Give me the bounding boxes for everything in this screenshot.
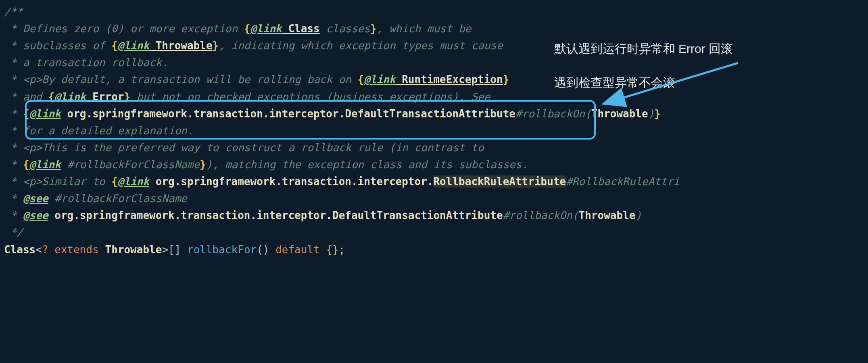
link-tag[interactable]: @link (29, 159, 61, 171)
javadoc-close: */ (4, 224, 868, 241)
javadoc-line: * and {@link Error} but not on checked e… (4, 88, 868, 105)
link-tag[interactable]: @link (29, 108, 61, 120)
javadoc-line: * Defines zero (0) or more exception {@l… (4, 20, 868, 37)
javadoc-line: * {@link org.springframework.transaction… (4, 105, 868, 122)
javadoc-line: * subclasses of {@link Throwable}, indic… (4, 37, 868, 54)
method-signature: Class<? extends Throwable>[] rollbackFor… (4, 241, 868, 258)
class-link[interactable]: Error (86, 91, 124, 103)
javadoc-line: * a transaction rollback. (4, 54, 868, 71)
link-tag[interactable]: @link (250, 23, 282, 35)
javadoc-line: * {@link #rollbackForClassName}), matchi… (4, 156, 868, 173)
class-link[interactable]: org.springframework.transaction.intercep… (149, 175, 433, 188)
javadoc-line: * for a detailed explanation. (4, 122, 868, 139)
link-tag[interactable]: @link (118, 40, 149, 52)
javadoc-line: * <p>This is the preferred way to constr… (4, 139, 868, 156)
see-tag[interactable]: @see (23, 209, 48, 221)
link-tag[interactable]: @link (364, 73, 395, 86)
class-link[interactable]: org.springframework.transaction.intercep… (48, 209, 503, 221)
search-match: RollbackRuleAttribute (433, 175, 566, 188)
class-link[interactable]: RuntimeException (396, 73, 503, 86)
class-link[interactable]: Throwable (149, 40, 213, 52)
method-name[interactable]: rollbackFor (187, 244, 257, 256)
javadoc-open: /** (4, 3, 868, 20)
javadoc-line: * @see org.springframework.transaction.i… (4, 207, 868, 224)
class-link[interactable]: Class (282, 23, 320, 35)
code-block: /** * Defines zero (0) or more exception… (4, 3, 868, 258)
javadoc-line: * <p>By default, a transaction will be r… (4, 71, 868, 88)
javadoc-line: * @see #rollbackForClassName (4, 190, 868, 207)
link-tag[interactable]: @link (54, 91, 86, 103)
class-link[interactable]: org.springframework.transaction.intercep… (61, 108, 515, 120)
javadoc-line: * <p>Similar to {@link org.springframewo… (4, 173, 868, 190)
see-tag[interactable]: @see (23, 192, 48, 204)
link-tag[interactable]: @link (118, 175, 149, 188)
